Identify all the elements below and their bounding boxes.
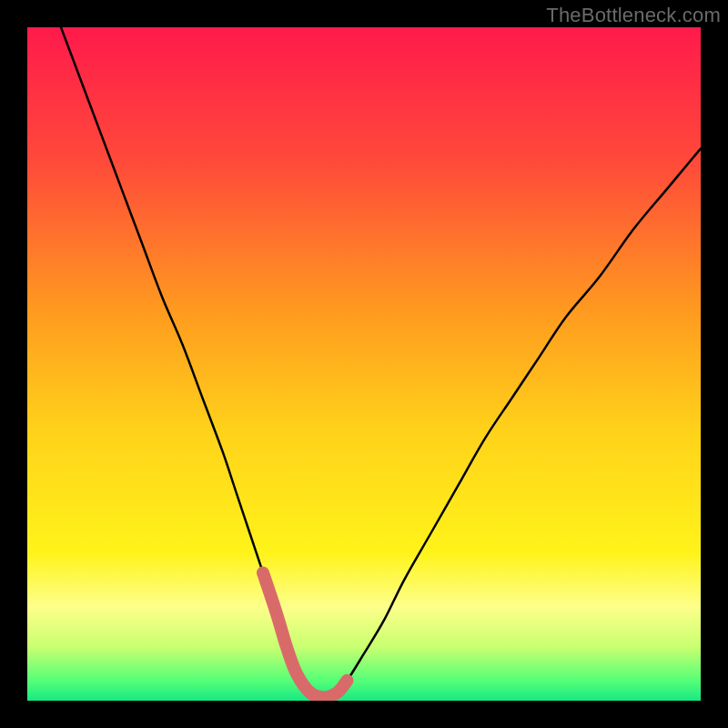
chart-svg (27, 27, 701, 701)
chart-frame: TheBottleneck.com (0, 0, 728, 728)
watermark-text: TheBottleneck.com (546, 4, 721, 27)
plot-area (27, 27, 701, 701)
gradient-background (27, 27, 701, 701)
